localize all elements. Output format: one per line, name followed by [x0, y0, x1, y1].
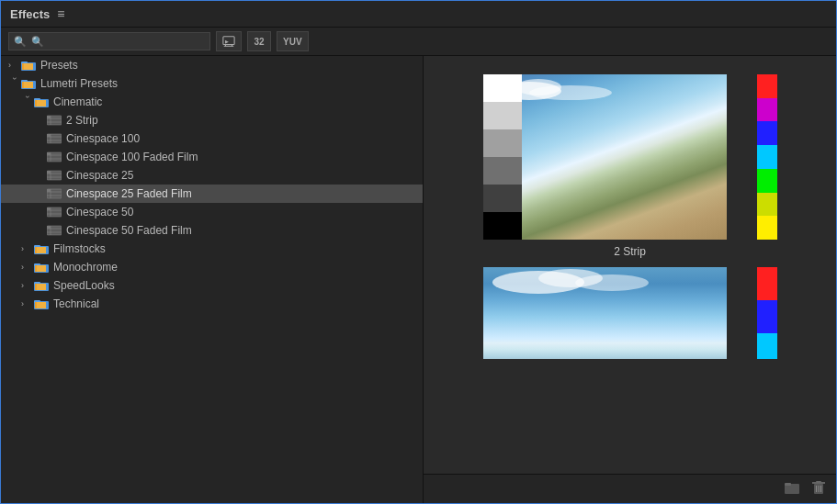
sidebar-item-label: Technical [53, 297, 99, 310]
bottom-bar [424, 474, 836, 503]
svg-rect-66 [35, 302, 37, 308]
sidebar-item-label: Cinematic [53, 95, 102, 108]
sidebar-item-cinespace-100[interactable]: › Cinespace 100 [1, 129, 423, 148]
sidebar-item-cinespace-100-faded[interactable]: › Cinespace 100 Faded Film [1, 148, 423, 166]
expand-arrow: › [21, 263, 34, 272]
sidebar-item-technical[interactable]: › Technical [1, 295, 423, 313]
sidebar-item-presets[interactable]: › Presets [1, 56, 423, 74]
sidebar-item-label: Cinespace 50 [66, 206, 133, 218]
preview-item-2-strip: 2 Strip [483, 74, 777, 258]
svg-rect-63 [37, 284, 46, 290]
preset-icon [47, 151, 62, 162]
sidebar-item-label: Cinespace 25 [66, 169, 133, 182]
preset-icon [47, 207, 62, 218]
delete-btn[interactable] [809, 478, 829, 499]
folder-icon [21, 78, 36, 89]
svg-rect-69 [785, 483, 791, 486]
panel-header: Effects ≡ [1, 1, 836, 28]
menu-icon[interactable]: ≡ [57, 6, 64, 21]
preview-item-second [483, 267, 777, 359]
sidebar-item-label: SpeedLooks [53, 279, 115, 292]
accelerate-btn[interactable]: ▶ [216, 31, 242, 51]
folder-icon [21, 60, 36, 71]
sidebar-item-label: Presets [40, 59, 78, 72]
preview-thumbnail-second [483, 267, 777, 359]
sidebar-item-label: Cinespace 100 [66, 132, 140, 145]
sidebar-item-cinematic[interactable]: › Cinematic [1, 93, 423, 111]
svg-rect-41 [47, 189, 51, 192]
sidebar-item-lumetri-presets[interactable]: › Lumetri Presets [1, 74, 423, 93]
preset-icon [47, 115, 62, 126]
preview-thumbnail-2-strip [483, 74, 777, 240]
app-window: Effects ≡ 🔍 ▶ 32 YUV › [0, 0, 837, 504]
sidebar-item-2-strip[interactable]: › 2 Strip [1, 111, 423, 129]
svg-rect-12 [24, 82, 33, 88]
svg-rect-21 [47, 116, 51, 118]
panel-title: Effects [10, 7, 50, 21]
sidebar-item-label: Filmstocks [53, 242, 106, 255]
svg-rect-55 [37, 247, 46, 253]
expand-arrow: › [8, 61, 21, 70]
main-content: › Presets › Lumetri Presets › [1, 56, 836, 503]
expand-arrow: › [23, 95, 32, 108]
svg-rect-62 [35, 284, 37, 290]
svg-rect-72 [816, 481, 821, 483]
sidebar-item-label: Lumetri Presets [40, 77, 118, 90]
sidebar-item-filmstocks[interactable]: › Filmstocks [1, 240, 423, 258]
expand-arrow: › [21, 299, 34, 308]
preview-label-2-strip: 2 Strip [614, 245, 646, 258]
sidebar-item-cinespace-50[interactable]: › Cinespace 50 [1, 203, 423, 221]
sidebar-item-label: Cinespace 100 Faded Film [66, 151, 198, 163]
sidebar-item-cinespace-50-faded[interactable]: › Cinespace 50 Faded Film [1, 221, 423, 240]
sidebar: › Presets › Lumetri Presets › [1, 56, 424, 503]
svg-rect-15 [35, 100, 37, 106]
search-wrapper: 🔍 [8, 32, 210, 50]
svg-rect-54 [35, 247, 37, 253]
svg-rect-26 [47, 134, 51, 137]
svg-rect-59 [37, 265, 46, 272]
sidebar-item-cinespace-25[interactable]: › Cinespace 25 [1, 166, 423, 185]
sidebar-item-speedlooks[interactable]: › SpeedLooks [1, 276, 423, 295]
folder-icon [34, 96, 49, 107]
preview-panel: 2 Strip [424, 56, 836, 503]
yuv-btn[interactable]: YUV [277, 31, 309, 51]
sidebar-item-label: Cinespace 50 Faded Film [66, 224, 192, 237]
svg-rect-7 [22, 63, 24, 70]
preset-icon [47, 225, 62, 236]
svg-rect-67 [37, 302, 46, 308]
svg-text:▶: ▶ [225, 39, 229, 44]
svg-rect-31 [47, 152, 51, 155]
sidebar-item-cinespace-25-faded[interactable]: › Cinespace 25 Faded Film [1, 185, 423, 203]
sidebar-item-label: Cinespace 25 Faded Film [66, 187, 192, 200]
svg-rect-36 [47, 171, 51, 174]
expand-arrow: › [10, 77, 19, 90]
preset-icon [47, 133, 62, 144]
svg-rect-58 [35, 265, 37, 272]
folder-icon [34, 280, 49, 291]
new-folder-btn[interactable] [781, 478, 803, 499]
expand-arrow: › [21, 281, 34, 290]
svg-rect-11 [22, 82, 24, 88]
svg-rect-46 [47, 207, 51, 210]
svg-rect-16 [37, 100, 46, 106]
preview-area: 2 Strip [424, 56, 836, 377]
folder-icon [34, 298, 49, 309]
expand-arrow: › [21, 244, 34, 253]
svg-rect-8 [24, 63, 33, 70]
color-swatches [757, 74, 777, 240]
sidebar-item-label: Monochrome [53, 261, 118, 274]
preset-icon [47, 188, 62, 199]
svg-rect-51 [47, 226, 51, 229]
search-input[interactable] [8, 32, 210, 50]
sidebar-item-label: 2 Strip [66, 114, 98, 127]
folder-icon [34, 262, 49, 273]
folder-icon [34, 243, 49, 254]
sidebar-item-monochrome[interactable]: › Monochrome [1, 258, 423, 276]
preset-icon [47, 170, 62, 181]
bit-depth-btn[interactable]: 32 [247, 31, 271, 51]
toolbar: 🔍 ▶ 32 YUV [1, 28, 836, 56]
color-swatches-2 [757, 267, 777, 359]
